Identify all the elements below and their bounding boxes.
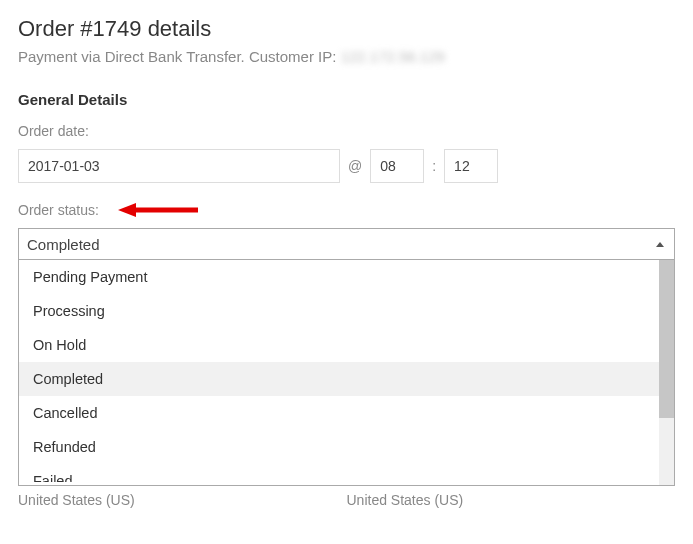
status-option-processing[interactable]: Processing (19, 294, 674, 328)
status-option-cancelled[interactable]: Cancelled (19, 396, 674, 430)
at-separator: @ (346, 158, 364, 174)
footer-country-right: United States (US) (347, 492, 676, 508)
order-date-row: @ : (18, 149, 675, 183)
callout-arrow-icon (118, 202, 198, 218)
dropdown-scrollbar-track[interactable] (659, 260, 674, 485)
order-date-label: Order date: (18, 123, 89, 139)
caret-up-icon (656, 242, 664, 247)
status-option-pending-payment[interactable]: Pending Payment (19, 260, 674, 294)
payment-method-text: Payment via Direct Bank Transfer. Custom… (18, 48, 341, 65)
order-status-dropdown: Pending Payment Processing On Hold Compl… (18, 260, 675, 486)
payment-info: Payment via Direct Bank Transfer. Custom… (18, 48, 675, 65)
selected-status-label: Completed (27, 236, 100, 253)
section-title-general: General Details (18, 91, 675, 108)
footer-row: United States (US) United States (US) (18, 492, 675, 508)
customer-ip: 122.172.56.129 (341, 48, 445, 65)
colon-separator: : (430, 158, 438, 174)
order-date-input[interactable] (18, 149, 340, 183)
status-option-refunded[interactable]: Refunded (19, 430, 674, 464)
order-status-label: Order status: (18, 202, 99, 218)
status-option-completed[interactable]: Completed (19, 362, 674, 396)
page-title: Order #1749 details (18, 16, 675, 42)
status-option-failed[interactable]: Failed (19, 464, 674, 482)
order-status-select[interactable]: Completed (18, 228, 675, 260)
status-option-on-hold[interactable]: On Hold (19, 328, 674, 362)
order-hour-input[interactable] (370, 149, 424, 183)
svg-marker-1 (118, 203, 136, 217)
order-minute-input[interactable] (444, 149, 498, 183)
dropdown-scrollbar-thumb[interactable] (659, 260, 674, 418)
footer-country-left: United States (US) (18, 492, 347, 508)
